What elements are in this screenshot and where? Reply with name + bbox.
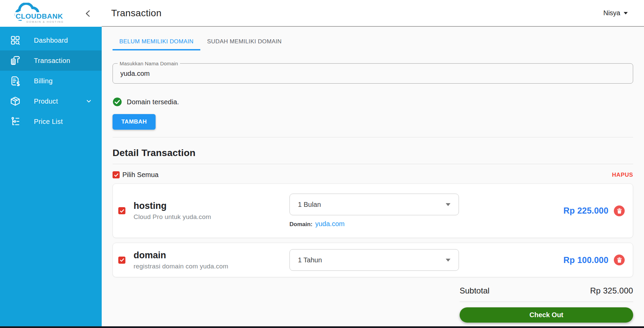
summary-divider [460,302,633,302]
item-price: Rp 225.000 [563,206,608,216]
domain-tabs: BELUM MEMILIKI DOMAIN SUDAH MEMILIKI DOM… [113,35,633,50]
page-title: Transaction [111,8,162,19]
chevron-down-icon [86,99,92,104]
content: BELUM MEMILIKI DOMAIN SUDAH MEMILIKI DOM… [102,27,644,328]
detail-transaction-heading: Detail Transaction [113,148,633,158]
item-info: hosting Cloud Pro untuk yuda.com [118,201,289,221]
domain-label: Domain: [289,221,313,228]
billing-icon [9,75,21,87]
duration-select[interactable]: 1 Tahun [289,249,459,271]
trash-icon [617,208,622,214]
domain-status-text: Domain tersedia. [127,98,179,106]
select-all-control[interactable]: Pilih Semua [113,171,159,179]
cart-item-hosting: hosting Cloud Pro untuk yuda.com 1 Bulan… [113,183,633,238]
tab-sudah-memiliki-domain[interactable]: SUDAH MEMILIKI DOMAIN [200,35,288,50]
caret-down-icon [446,203,450,206]
sidebar-nav: Dashboard Transaction [0,27,102,132]
item-price-block: Rp 100.000 [459,255,625,265]
sidebar-item-billing[interactable]: Billing [0,71,102,91]
item-options: 1 Bulan Domain: yuda.com [289,194,459,228]
sidebar-item-label: Dashboard [34,37,68,44]
checkout-button[interactable]: Check Out [460,307,633,323]
item-checkbox[interactable] [118,207,125,214]
dashboard-icon [9,35,21,46]
check-icon [120,258,124,262]
item-checkbox[interactable] [118,257,125,264]
item-price: Rp 100.000 [563,255,608,265]
item-name: hosting [134,201,211,211]
item-description: registrasi domain com yuda.com [134,263,228,270]
select-all-checkbox[interactable] [113,171,120,178]
tambah-button[interactable]: TAMBAH [113,114,156,130]
sidebar-item-label: Billing [34,77,53,85]
main-area: Transaction Nisya BELUM MEMILIKI DOMAIN … [102,0,644,328]
user-name: Nisya [603,9,620,17]
sidebar-item-label: Transaction [34,57,70,65]
order-summary: Subtotal Rp 325.000 Check Out [460,286,633,328]
delete-item-button[interactable] [614,205,625,216]
item-text-block: domain registrasi domain com yuda.com [134,250,228,270]
sidebar-item-transaction[interactable]: Transaction [0,50,102,71]
item-description: Cloud Pro untuk yuda.com [134,213,211,221]
cloudbank-logo: CLOUDBANK DOMAIN & HOSTING [12,1,69,26]
sidebar-item-dashboard[interactable]: Dashboard [0,30,102,50]
subtotal-label: Subtotal [460,286,489,296]
item-text-block: hosting Cloud Pro untuk yuda.com [134,201,211,221]
sidebar-collapse-button[interactable] [85,10,90,17]
price-list-icon [9,116,21,127]
check-icon [114,173,119,177]
subtotal-value: Rp 325.000 [590,286,633,296]
check-icon [120,209,124,213]
item-options: 1 Tahun [289,249,459,271]
check-circle-icon [113,97,122,107]
sidebar-item-price-list[interactable]: Price List [0,111,102,132]
duration-select[interactable]: 1 Bulan [289,194,459,215]
caret-down-icon [446,259,450,262]
duration-selected-value: 1 Tahun [298,256,322,264]
brand-name: CLOUDBANK [15,12,64,20]
item-price-block: Rp 225.000 [459,205,625,216]
tab-belum-memiliki-domain[interactable]: BELUM MEMILIKI DOMAIN [113,35,200,50]
subtotal-row: Subtotal Rp 325.000 [460,286,633,296]
item-name: domain [134,250,228,261]
product-box-icon [9,95,21,107]
section-divider [113,164,633,164]
select-all-label: Pilih Semua [122,171,159,179]
sidebar: CLOUDBANK DOMAIN & HOSTING [0,0,102,328]
item-domain-line: Domain: yuda.com [289,220,459,228]
logo-area: CLOUDBANK DOMAIN & HOSTING [0,0,102,27]
transaction-icon [9,55,21,66]
window-bottom-edge [0,326,644,328]
domain-name-field[interactable]: Masukkan Nama Domain [113,63,633,84]
brand-tagline: DOMAIN & HOSTING [26,20,64,23]
top-header: Transaction Nisya [102,0,644,27]
section-divider [113,137,633,137]
sidebar-item-label: Product [34,97,58,105]
chevron-left-icon [85,10,90,17]
cart-item-domain: domain registrasi domain com yuda.com 1 … [113,243,633,277]
duration-selected-value: 1 Bulan [298,201,321,209]
select-all-row: Pilih Semua HAPUS [113,171,633,179]
hapus-button[interactable]: HAPUS [612,172,633,178]
trash-icon [617,257,622,263]
sidebar-item-product[interactable]: Product [0,91,102,111]
domain-link[interactable]: yuda.com [315,220,345,228]
delete-item-button[interactable] [614,255,625,265]
item-info: domain registrasi domain com yuda.com [118,250,289,270]
domain-field-label: Masukkan Nama Domain [118,61,180,66]
caret-down-icon [624,12,628,15]
domain-name-input[interactable] [120,70,625,78]
domain-status-row: Domain tersedia. [113,97,633,107]
sidebar-item-label: Price List [34,118,63,126]
app-window: CLOUDBANK DOMAIN & HOSTING [0,0,644,328]
user-menu[interactable]: Nisya [603,9,628,17]
